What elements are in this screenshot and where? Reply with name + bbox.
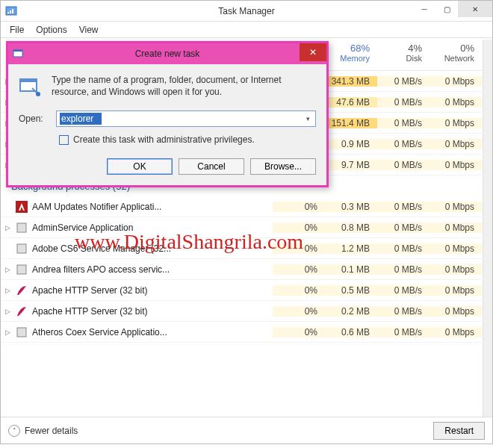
open-combobox[interactable]: ▾: [56, 111, 316, 127]
col-disk[interactable]: 4%Disk: [377, 40, 430, 70]
table-row[interactable]: ▷ AdminService Application 0%0.8 MB0 MB/…: [1, 217, 492, 238]
minimize-button[interactable]: ─: [413, 1, 435, 17]
dialog-body: Type the name of a program, folder, docu…: [8, 64, 326, 185]
network-value: 0 Mbps: [430, 160, 482, 170]
memory-value: 9.7 MB: [325, 160, 377, 170]
memory-value: 0.9 MB: [325, 139, 377, 149]
table-row[interactable]: Adobe CS6 Service Manager (32... 0%1.2 M…: [1, 238, 492, 259]
col-memory[interactable]: 68%Memory: [325, 40, 377, 70]
disk-value: 0 MB/s: [377, 76, 430, 87]
table-row[interactable]: ▷ Apache HTTP Server (32 bit) 0%0.2 MB0 …: [1, 301, 492, 322]
adobe-icon: [16, 201, 28, 213]
svg-rect-16: [20, 79, 37, 82]
disk-value: 0 MB/s: [377, 139, 430, 149]
expand-icon[interactable]: ▷: [1, 287, 14, 294]
table-row[interactable]: AAM Updates Notifier Applicati... 0%0.3 …: [1, 196, 492, 217]
dialog-close-button[interactable]: ✕: [300, 43, 326, 61]
svg-rect-11: [17, 265, 26, 274]
network-value: 0 Mbps: [430, 97, 482, 108]
network-value: 0 Mbps: [430, 76, 482, 87]
fewer-details-label: Fewer details: [25, 426, 78, 436]
memory-value: 47.6 MB: [325, 97, 377, 108]
svg-rect-10: [17, 244, 26, 253]
network-value: 0 Mbps: [430, 139, 482, 149]
titlebar: Task Manager ─ ▢ ✕: [1, 1, 492, 22]
window-controls: ─ ▢ ✕: [413, 1, 492, 17]
menu-file[interactable]: File: [4, 23, 30, 37]
chevron-up-icon: ˄: [8, 425, 20, 437]
table-row[interactable]: ▷ Andrea filters APO access servic... 0%…: [1, 259, 492, 280]
svg-rect-12: [17, 328, 26, 337]
open-label: Open:: [19, 113, 49, 124]
process-name: AdminService Application: [32, 223, 273, 233]
col-network[interactable]: 0%Network: [430, 40, 482, 70]
close-button[interactable]: ✕: [458, 1, 492, 17]
ok-button[interactable]: OK: [107, 158, 173, 175]
process-name: AAM Updates Notifier Applicati...: [32, 202, 273, 212]
svg-point-17: [36, 92, 40, 96]
table-row[interactable]: ▷ Atheros Coex Service Applicatio... 0%0…: [1, 322, 492, 343]
cancel-button[interactable]: Cancel: [179, 158, 244, 175]
process-name: Andrea filters APO access servic...: [32, 264, 273, 275]
process-name: Adobe CS6 Service Manager (32...: [32, 243, 273, 254]
memory-value: 151.4 MB: [325, 118, 377, 128]
app-icon: [16, 243, 28, 255]
expand-icon[interactable]: ▷: [1, 308, 14, 315]
network-value: 0 Mbps: [430, 118, 482, 128]
process-name: Apache HTTP Server (32 bit): [32, 285, 273, 296]
run-large-icon: [19, 75, 43, 99]
feather-icon: [16, 284, 28, 296]
process-name: Atheros Coex Service Applicatio...: [32, 327, 273, 337]
admin-checkbox[interactable]: [59, 135, 69, 145]
app-icon: [16, 326, 28, 338]
expand-icon[interactable]: ▷: [1, 266, 14, 273]
app-icon: [16, 222, 28, 234]
menu-view[interactable]: View: [73, 23, 105, 37]
process-name: Apache HTTP Server (32 bit): [32, 306, 273, 317]
fewer-details-link[interactable]: ˄ Fewer details: [8, 425, 78, 437]
restart-button[interactable]: Restart: [433, 422, 485, 440]
app-icon: [16, 264, 28, 276]
expand-icon[interactable]: ▷: [1, 329, 14, 336]
menu-options[interactable]: Options: [30, 23, 72, 37]
feather-icon: [16, 305, 28, 317]
dialog-title: Create new task: [8, 49, 326, 59]
admin-checkbox-label: Create this task with administrative pri…: [73, 134, 255, 145]
disk-value: 0 MB/s: [377, 97, 430, 108]
disk-value: 0 MB/s: [377, 118, 430, 128]
expand-icon[interactable]: ▷: [1, 224, 14, 231]
footer: ˄ Fewer details Restart: [1, 417, 492, 444]
browse-button[interactable]: Browse...: [250, 158, 316, 175]
create-task-dialog: Create new task ✕ Type the name of a pro…: [6, 41, 329, 187]
memory-value: 341.3 MB: [325, 76, 377, 87]
maximize-button[interactable]: ▢: [435, 1, 458, 17]
open-input[interactable]: [60, 113, 102, 125]
svg-rect-9: [17, 223, 26, 232]
dialog-titlebar: Create new task ✕: [8, 43, 326, 64]
menubar: File Options View: [1, 22, 492, 38]
disk-value: 0 MB/s: [377, 160, 430, 170]
dialog-description: Type the name of a program, folder, docu…: [52, 75, 316, 99]
table-row[interactable]: ▷ Apache HTTP Server (32 bit) 0%0.5 MB0 …: [1, 280, 492, 301]
chevron-down-icon[interactable]: ▾: [302, 115, 314, 122]
